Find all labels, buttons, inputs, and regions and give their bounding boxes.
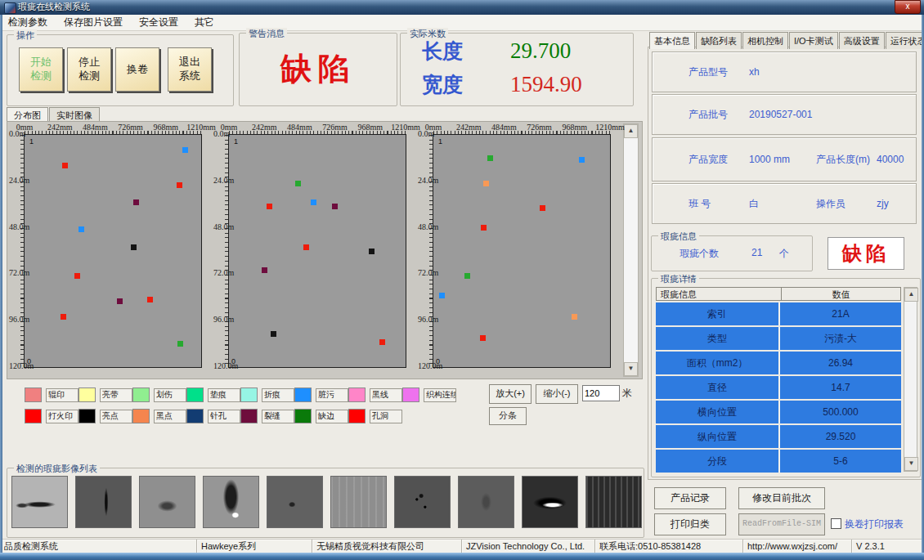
status-cell: 品质检测系统 — [0, 540, 197, 553]
app-icon — [4, 2, 16, 14]
right-tab[interactable]: 运行状态信息 — [886, 32, 924, 49]
detail-value: 5-6 — [780, 450, 901, 473]
defect-detail-row[interactable]: 类型污渍-大 — [656, 327, 901, 350]
start-detect-button[interactable]: 开始 检测 — [19, 47, 63, 92]
exit-system-button[interactable]: 退出 系统 — [168, 47, 212, 92]
defect-thumbnail[interactable] — [585, 476, 642, 528]
legend-item: 缺边 — [294, 409, 348, 423]
meter-range-input[interactable] — [582, 385, 620, 401]
legend-label: 针孔 — [208, 410, 240, 423]
y-tick-label: 96.0m — [213, 315, 234, 324]
defect-marker-blue — [439, 293, 445, 298]
right-tab[interactable]: 基本信息 — [649, 32, 695, 49]
right-tabs: 基本信息缺陷列表相机控制I/O卡测试高级设置运行状态信息 — [649, 32, 924, 49]
product-field-label: 产品长度(m) — [816, 153, 870, 167]
split-button[interactable]: 分条 — [489, 407, 527, 425]
x-tick-label: 242mm — [47, 123, 73, 132]
defect-thumbnail[interactable] — [267, 476, 323, 528]
defect-detail-row[interactable]: 面积（mm2）26.94 — [656, 352, 901, 374]
defect-thumbnail[interactable] — [458, 476, 514, 528]
defect-info-caption: 瑕疵信息 — [658, 231, 699, 243]
plot-canvas[interactable]: 10 — [228, 134, 406, 368]
legend-swatch — [132, 409, 150, 423]
table-header-row: 瑕疵信息 数值 — [656, 287, 901, 301]
table-scroll-up[interactable]: ▲ — [904, 288, 918, 302]
x-tick-label: 484mm — [491, 123, 517, 132]
close-button[interactable]: x — [895, 0, 921, 14]
scroll-up-arrow[interactable]: ▲ — [624, 124, 638, 138]
modify-batch-button[interactable]: 修改目前批次 — [738, 487, 825, 509]
scroll-down-arrow[interactable]: ▼ — [624, 362, 638, 376]
x-tick-label: 968mm — [154, 123, 179, 132]
defect-marker-red — [379, 339, 385, 345]
legend-row: 打火印亮点黑点针孔裂缝缺边孔洞 — [25, 405, 456, 427]
scatter-panel-3[interactable]: 0mm242mm484mm726mm968mm1210mm0.0m24.0m48… — [418, 123, 622, 377]
defect-count-unit: 个 — [779, 247, 789, 261]
y-tick-label: 48.0m — [9, 222, 29, 231]
defect-thumbnail[interactable] — [330, 476, 387, 528]
print-report-checkbox[interactable] — [831, 518, 841, 529]
x-tick-label: 1210mm — [595, 123, 625, 132]
defect-thumbnail[interactable] — [139, 476, 195, 528]
defect-marker-red — [177, 182, 182, 188]
defect-detail-row[interactable]: 直径14.7 — [656, 376, 901, 399]
defect-detail-row[interactable]: 纵向位置29.520 — [656, 425, 901, 448]
read-from-file-button[interactable]: ReadFromFile-SIM — [738, 513, 825, 535]
right-tab[interactable]: 缺陷列表 — [696, 32, 742, 49]
legend-item: 针孔 — [186, 409, 240, 423]
menu-item[interactable]: 检测参数 — [0, 16, 56, 29]
defect-marker-blue — [182, 147, 188, 153]
detail-value: 14.7 — [780, 376, 901, 399]
legend-label: 辊印 — [46, 388, 78, 402]
stop-detect-button[interactable]: 停止 检测 — [67, 47, 111, 92]
defect-marker-maroon — [262, 267, 267, 273]
y-tick-label: 72.0m — [418, 268, 438, 277]
status-cell: V 2.3.1 — [852, 540, 924, 553]
menu-item[interactable]: 安全设置 — [131, 16, 186, 29]
product-info-row: 产品型号xh — [652, 52, 917, 92]
scatter-panel-2[interactable]: 0mm242mm484mm726mm968mm1210mm0.0m24.0m48… — [213, 123, 418, 377]
defect-detail-row[interactable]: 索引21A — [656, 302, 901, 325]
warning-caption: 警告消息 — [246, 28, 287, 40]
right-tab[interactable]: I/O卡测试 — [789, 32, 838, 49]
width-value: 1594.90 — [510, 72, 582, 97]
right-tab[interactable]: 相机控制 — [742, 32, 788, 49]
y-tick-label: 48.0m — [418, 222, 438, 231]
detail-value: 500.000 — [780, 401, 901, 423]
print-report-checkbox-label: 换卷打印报表 — [845, 517, 904, 531]
menu-item[interactable]: 保存图片设置 — [56, 16, 131, 29]
defect-legend: 辊印亮带划伤垫痕折痕脏污黑线织构连续打火印亮点黑点针孔裂缝缺边孔洞 — [25, 384, 456, 427]
defect-detail-row[interactable]: 横向位置500.000 — [656, 401, 901, 423]
defect-thumbnail[interactable] — [75, 476, 132, 528]
plot-canvas[interactable]: 10 — [433, 134, 611, 368]
warning-text: 缺陷 — [240, 48, 397, 90]
section-label-top: 1 — [234, 137, 238, 146]
menu-item[interactable]: 其它 — [186, 16, 222, 29]
y-tick-label: 96.0m — [9, 315, 29, 324]
change-roll-button[interactable]: 换卷 — [115, 47, 159, 92]
plot-canvas[interactable]: 10 — [24, 134, 202, 368]
zoom-in-button[interactable]: 放大(+) — [489, 384, 532, 404]
y-tick-label: 24.0m — [213, 176, 234, 185]
product-info-row: 产品批号20190527-001 — [652, 94, 917, 135]
defect-detail-row[interactable]: 分段5-6 — [656, 450, 901, 473]
table-scrollbar[interactable]: ▲ ▼ — [904, 287, 917, 472]
scatter-panel-1[interactable]: 0mm242mm484mm726mm968mm1210mm0.0m24.0m48… — [9, 123, 213, 377]
legend-swatch — [78, 388, 96, 402]
legend-label: 织构连续 — [424, 388, 456, 402]
zoom-out-button[interactable]: 缩小(-) — [536, 384, 578, 404]
defect-thumbnail[interactable] — [203, 476, 259, 528]
product-info-row: 产品宽度1000 mm产品长度(m)40000 — [652, 137, 917, 181]
plots-vertical-scrollbar[interactable]: ▲ ▼ — [623, 123, 639, 377]
operation-caption: 操作 — [14, 29, 37, 42]
right-tab[interactable]: 高级设置 — [839, 32, 885, 49]
product-record-button[interactable]: 产品记录 — [654, 487, 726, 509]
table-scroll-down[interactable]: ▼ — [904, 457, 918, 471]
title-bar[interactable]: 瑕疵在线检测系统 x — [0, 0, 924, 15]
window-title: 瑕疵在线检测系统 — [18, 0, 90, 15]
defect-thumbnail[interactable] — [11, 476, 68, 528]
menu-bar: 检测参数保存图片设置安全设置其它 — [0, 15, 924, 31]
defect-thumbnail[interactable] — [394, 476, 451, 528]
defect-thumbnail[interactable] — [522, 476, 578, 528]
print-classify-button[interactable]: 打印归类 — [654, 513, 726, 535]
